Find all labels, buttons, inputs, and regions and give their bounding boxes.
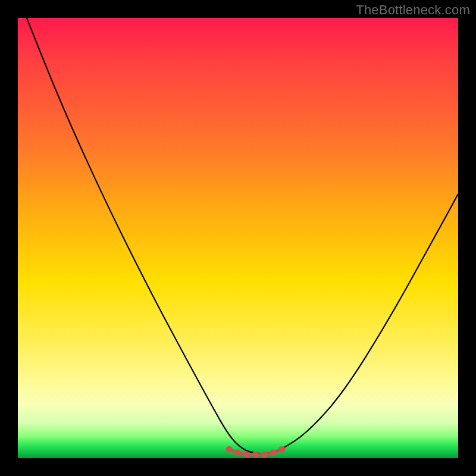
marker-dot — [252, 452, 259, 458]
marker-dot — [270, 450, 277, 456]
curve-layer — [18, 18, 458, 458]
marker-dot — [279, 446, 286, 453]
marker-dot — [226, 446, 233, 453]
marker-dot — [243, 452, 250, 458]
plot-area — [18, 18, 458, 458]
attribution-text: TheBottleneck.com — [356, 2, 470, 18]
marker-dot — [261, 452, 268, 458]
marker-dot — [235, 450, 242, 456]
bottleneck-curve — [27, 18, 458, 454]
bottleneck-minimum-markers — [226, 446, 286, 458]
chart-frame: TheBottleneck.com — [0, 0, 476, 476]
